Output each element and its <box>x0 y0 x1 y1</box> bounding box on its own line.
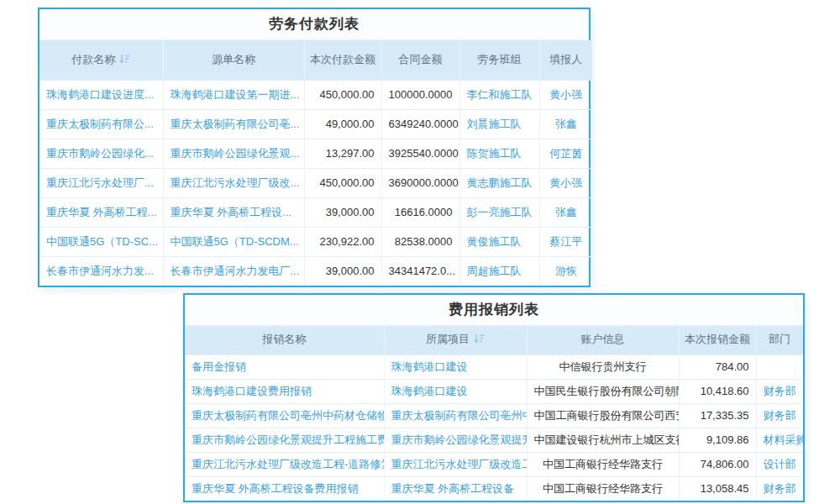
value-cell: 中国民生银行股份有限公司朝阳支行 <box>527 379 679 403</box>
column-header-label: 源单名称 <box>212 53 255 66</box>
link-cell[interactable]: 蔡江平 <box>539 227 592 256</box>
table-row: 重庆江北污水处理厂级改造工程-道路修复工程费...重庆江北污水处理厂级改造工程.… <box>185 452 803 476</box>
column-header-1[interactable]: 付款名称 <box>39 40 163 80</box>
link-cell[interactable]: 财务部 <box>756 476 803 501</box>
column-header-6: 填报人 <box>539 40 592 80</box>
link-cell[interactable]: 珠海鹤港口建设进度... <box>39 80 163 109</box>
value-cell: 中国建设银行杭州市上城区支行 <box>527 428 679 452</box>
link-cell[interactable]: 材料采购 <box>756 428 803 452</box>
link-cell[interactable]: 珠海鹤港口建设第一期进... <box>163 80 304 109</box>
link-cell[interactable]: 重庆市鹅岭公园绿化... <box>39 139 163 168</box>
labor-payment-table-title: 劳务付款列表 <box>39 9 589 40</box>
link-cell[interactable]: 重庆太极制药有限公司亳州中药材仓储物流基地... <box>185 403 384 428</box>
link-cell[interactable]: 财务部 <box>756 379 803 403</box>
link-cell[interactable]: 重庆江北污水处理厂级改... <box>163 168 304 197</box>
value-cell: 49,000.00 <box>304 109 381 139</box>
link-cell[interactable]: 黄志鹏施工队 <box>459 168 539 197</box>
value-cell: 74,806.00 <box>679 452 756 476</box>
sort-icon <box>119 54 130 64</box>
table-row: 重庆华夏 外高桥工程设备费用报销重庆华夏 外高桥工程设备中国工商银行经华路支行1… <box>185 476 803 501</box>
link-cell[interactable]: 张鑫 <box>539 109 592 139</box>
link-cell[interactable]: 设计部 <box>756 452 803 476</box>
value-cell: 中信银行贵州支行 <box>527 354 679 379</box>
expense-reimbursement-table-title: 费用报销列表 <box>185 295 803 326</box>
link-cell[interactable]: 重庆江北污水处理厂... <box>39 168 163 197</box>
table-row: 重庆市鹅岭公园绿化景观提升工程施工费用报销重庆市鹅岭公园绿化景观提升工...中国… <box>185 428 803 452</box>
table-row: 重庆华夏 外高桥工程...重庆华夏 外高桥工程设...39,000.001661… <box>39 197 592 227</box>
value-cell: 中国工商银行经华路支行 <box>527 476 679 501</box>
link-cell[interactable]: 重庆太极制药有限公司亳州中药... <box>384 403 527 428</box>
link-cell[interactable]: 黄俊施工队 <box>459 227 539 256</box>
header-row: 报销名称所属项目账户信息本次报销金额部门 <box>185 326 803 354</box>
column-header-label: 填报人 <box>549 53 582 66</box>
value-cell: 3925540.0000 <box>381 139 459 168</box>
column-header-label: 合同金额 <box>399 53 443 66</box>
link-cell[interactable]: 中国联通5G（TD-SCDM... <box>163 227 304 256</box>
link-cell[interactable]: 重庆太极制药有限公... <box>39 109 163 139</box>
link-cell[interactable]: 珠海鹤港口建设费用报销 <box>185 379 384 403</box>
value-cell: 34341472.0... <box>381 256 459 286</box>
column-header-3: 本次付款金额 <box>304 40 381 80</box>
table-row: 长春市伊通河水力发...长春市伊通河水力发电厂...39,000.0034341… <box>39 256 592 286</box>
link-cell[interactable]: 张鑫 <box>539 197 592 227</box>
value-cell: 中国工商银行股份有限公司西安回... <box>527 403 679 428</box>
column-header-2[interactable]: 所属项目 <box>384 326 527 354</box>
value-cell: 3690000.0000 <box>381 168 459 197</box>
link-cell[interactable]: 刘晨施工队 <box>459 109 539 139</box>
link-cell[interactable]: 黄小强 <box>539 168 592 197</box>
table-row: 重庆市鹅岭公园绿化...重庆市鹅岭公园绿化景观...13,297.0039255… <box>39 139 592 168</box>
value-cell: 中国工商银行经华路支行 <box>527 452 679 476</box>
link-cell[interactable]: 何芷茵 <box>539 139 592 168</box>
value-cell: 9,109.86 <box>679 428 756 452</box>
link-cell[interactable]: 重庆华夏 外高桥工程设备 <box>384 476 527 501</box>
link-cell[interactable]: 重庆市鹅岭公园绿化景观提升工... <box>384 428 527 452</box>
link-cell[interactable]: 长春市伊通河水力发电厂... <box>163 256 304 286</box>
table-row: 重庆太极制药有限公...重庆太极制药有限公司亳...49,000.0063492… <box>39 109 592 139</box>
labor-payment-table: 付款名称源单名称本次付款金额合同金额劳务班组填报人 珠海鹤港口建设进度...珠海… <box>39 40 592 286</box>
column-header-label: 本次付款金额 <box>310 53 375 66</box>
link-cell[interactable]: 游恢 <box>539 256 592 286</box>
column-header-5: 劳务班组 <box>459 40 539 80</box>
expense-reimbursement-table: 报销名称所属项目账户信息本次报销金额部门 备用金报销珠海鹤港口建设中信银行贵州支… <box>185 326 803 501</box>
sort-icon <box>474 333 485 344</box>
table-row: 中国联通5G（TD-SC...中国联通5G（TD-SCDM...230,922.… <box>39 227 592 256</box>
link-cell[interactable]: 彭一亮施工队 <box>459 197 539 227</box>
link-cell[interactable]: 重庆华夏 外高桥工程设备费用报销 <box>185 476 384 501</box>
value-cell: 230,922.00 <box>304 227 381 256</box>
value-cell: 450,000.00 <box>304 80 381 109</box>
column-header-3: 账户信息 <box>527 326 679 354</box>
column-header-label: 本次报销金额 <box>685 333 750 345</box>
link-cell[interactable]: 周超施工队 <box>459 256 539 286</box>
link-cell[interactable]: 珠海鹤港口建设 <box>384 354 527 379</box>
link-cell[interactable]: 备用金报销 <box>185 354 384 379</box>
link-cell[interactable]: 黄小强 <box>539 80 592 109</box>
link-cell[interactable]: 重庆华夏 外高桥工程设... <box>163 197 304 227</box>
column-header-4: 合同金额 <box>381 40 459 80</box>
column-header-label: 账户信息 <box>581 333 625 345</box>
link-cell[interactable]: 重庆华夏 外高桥工程... <box>39 197 163 227</box>
link-cell[interactable]: 重庆江北污水处理厂级改造工程... <box>384 452 527 476</box>
link-cell[interactable]: 陈贺施工队 <box>459 139 539 168</box>
column-header-5: 部门 <box>756 326 803 354</box>
link-cell[interactable]: 珠海鹤港口建设 <box>384 379 527 403</box>
column-header-1: 报销名称 <box>185 326 384 354</box>
link-cell[interactable]: 重庆市鹅岭公园绿化景观提升工程施工费用报销 <box>185 428 384 452</box>
value-cell: 82538.0000 <box>381 227 459 256</box>
link-cell[interactable]: 李仁和施工队 <box>459 80 539 109</box>
value-cell: 450,000.00 <box>304 168 381 197</box>
table-row: 重庆江北污水处理厂...重庆江北污水处理厂级改...450,000.003690… <box>39 168 592 197</box>
value-cell: 39,000.00 <box>304 197 381 227</box>
value-cell: 10,418.60 <box>679 379 756 403</box>
value-cell: 13,058.45 <box>679 476 756 501</box>
link-cell[interactable]: 中国联通5G（TD-SC... <box>39 227 163 256</box>
table-row: 备用金报销珠海鹤港口建设中信银行贵州支行784.00 <box>185 354 803 379</box>
link-cell[interactable]: 长春市伊通河水力发... <box>39 256 163 286</box>
link-cell[interactable]: 重庆江北污水处理厂级改造工程-道路修复工程费... <box>185 452 384 476</box>
labor-payment-panel: 劳务付款列表 付款名称源单名称本次付款金额合同金额劳务班组填报人 珠海鹤港口建设… <box>38 8 591 287</box>
table-row: 珠海鹤港口建设进度...珠海鹤港口建设第一期进...450,000.001000… <box>39 80 592 109</box>
link-cell[interactable]: 财务部 <box>756 403 803 428</box>
column-header-label: 付款名称 <box>71 53 115 66</box>
value-cell: 6349240.0000 <box>381 109 459 139</box>
link-cell[interactable]: 重庆市鹅岭公园绿化景观... <box>163 139 304 168</box>
link-cell[interactable]: 重庆太极制药有限公司亳... <box>163 109 304 139</box>
